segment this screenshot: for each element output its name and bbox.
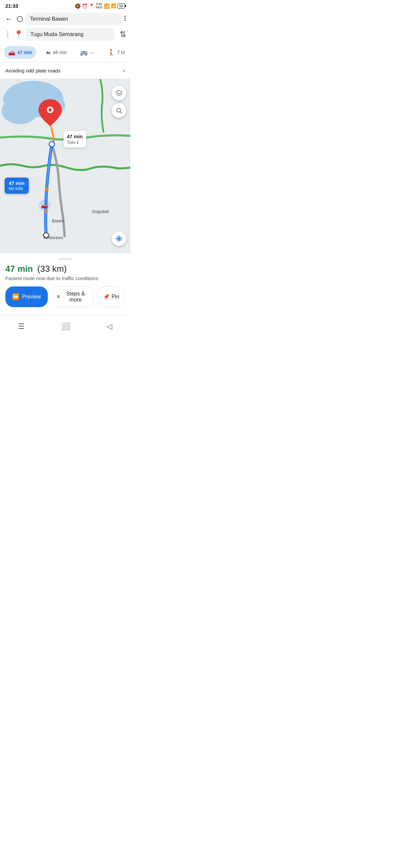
destination-input[interactable]: [26, 28, 114, 41]
status-icons: 🔕 ⏰ 📍 0.82KB/S 📶 📶 55: [75, 3, 125, 9]
svg-point-4: [46, 188, 49, 191]
steps-label: Steps & more: [62, 291, 89, 303]
preview-icon: ⏩: [12, 293, 19, 301]
map-search-button[interactable]: [112, 103, 126, 118]
tab-motorcycle[interactable]: 🏍 46 min: [41, 47, 71, 58]
bottom-info-panel: 47 min (33 km) Fastest route now due to …: [0, 253, 130, 315]
route-options-bar[interactable]: Avoiding odd plate roads ›: [0, 62, 130, 79]
drag-handle: [58, 258, 72, 260]
map-svg: [0, 79, 130, 253]
mute-icon: 🔕: [75, 3, 81, 9]
my-location-button[interactable]: [112, 231, 126, 246]
preview-button[interactable]: ⏩ Preview: [5, 286, 48, 307]
nav-back-button[interactable]: ◁: [104, 319, 115, 334]
notolls-label: No tolls: [9, 186, 25, 191]
svg-point-9: [49, 108, 52, 112]
destination-row: 📍 ⇅: [14, 28, 126, 41]
nav-menu-button[interactable]: ☰: [16, 319, 27, 334]
tolls-info-icon: ℹ: [77, 140, 79, 145]
pin-icon: 📌: [103, 294, 110, 300]
car-marker-icon: 🚗: [41, 202, 48, 209]
svg-point-6: [49, 142, 55, 147]
alarm-icon: ⏰: [82, 3, 88, 9]
pin-label: Pin: [112, 294, 119, 300]
location-status-icon: 📍: [89, 3, 94, 8]
route-summary-title: 47 min (33 km): [5, 264, 125, 274]
navigation-bar: ☰ ⬜ ◁: [0, 315, 130, 340]
route-label-tolls[interactable]: 47 min Tolls ℹ: [63, 131, 86, 148]
tab-walk[interactable]: 🚶 7 hr: [104, 46, 129, 59]
status-time: 21:33: [5, 3, 18, 9]
notolls-route-time: 47 min: [9, 180, 25, 186]
battery-indicator: 55: [118, 3, 125, 9]
origin-input[interactable]: [25, 13, 121, 25]
svg-point-14: [118, 238, 120, 240]
place-bawen: Bawen: [52, 219, 64, 223]
destination-pin-icon: 📍: [14, 30, 23, 39]
steps-icon: ≡: [57, 294, 60, 300]
swap-button[interactable]: ⇅: [120, 30, 126, 39]
route-distance: (33 km): [37, 264, 67, 274]
walk-tab-label: 7 hr: [117, 50, 125, 55]
svg-point-12: [117, 108, 121, 112]
tab-transit[interactable]: 🚌 —: [76, 46, 98, 59]
car-icon: 🚗: [8, 49, 16, 56]
svg-line-13: [120, 112, 122, 114]
walk-icon: 🚶: [108, 49, 115, 56]
back-button[interactable]: ←: [4, 13, 14, 25]
nav-home-button[interactable]: ⬜: [58, 319, 73, 334]
more-menu-button[interactable]: [124, 14, 126, 24]
route-label-notolls[interactable]: 47 min No tolls: [5, 178, 29, 194]
pin-button[interactable]: 📌 Pin: [97, 286, 125, 307]
action-buttons: ⏩ Preview ≡ Steps & more 📌 Pin: [5, 286, 125, 307]
car-position-icon: 🚗: [38, 199, 51, 211]
tolls-row: Tolls ℹ: [67, 140, 83, 145]
moto-tab-label: 46 min: [53, 50, 67, 55]
tolls-label: Tolls: [67, 140, 76, 145]
transit-tab-label: —: [90, 50, 94, 55]
tab-car[interactable]: 🚗 47 min: [4, 46, 36, 59]
car-tab-label: 47 min: [18, 50, 32, 55]
wifi-icon: 📶: [104, 3, 110, 9]
route-options-label: Avoiding odd plate roads: [5, 68, 60, 73]
header: ← 📍 ⇅: [0, 11, 130, 43]
preview-label: Preview: [22, 294, 41, 300]
tolls-route-time: 47 min: [67, 133, 83, 139]
dest-section: 📍 ⇅: [4, 28, 126, 41]
motorcycle-icon: 🏍: [46, 50, 51, 55]
layers-button[interactable]: [112, 86, 126, 100]
network-speed: 0.82KB/S: [95, 3, 103, 9]
origin-row: ←: [4, 13, 126, 25]
transport-tabs: 🚗 47 min 🏍 46 min 🚌 — 🚶 7 hr 🚲: [0, 43, 130, 62]
status-bar: 21:33 🔕 ⏰ 📍 0.82KB/S 📶 📶 55: [0, 0, 130, 11]
map-area[interactable]: 47 min Tolls ℹ 47 min No tolls 🚗 Bawen G…: [0, 79, 130, 253]
origin-dot-icon: [17, 16, 23, 22]
chevron-right-icon: ›: [123, 67, 125, 74]
steps-more-button[interactable]: ≡ Steps & more: [51, 286, 94, 307]
route-subtitle: Fastest route now due to traffic conditi…: [5, 275, 125, 281]
place-ambarawa: Ambarawa: [44, 235, 62, 240]
svg-point-2: [2, 97, 38, 124]
svg-marker-11: [116, 90, 122, 94]
connector-dots: [7, 31, 8, 38]
place-gogodale: Gogodale: [92, 209, 109, 214]
signal-icon: 📶: [111, 3, 116, 8]
transit-icon: 🚌: [80, 49, 88, 56]
route-time-green: 47 min: [5, 264, 33, 274]
